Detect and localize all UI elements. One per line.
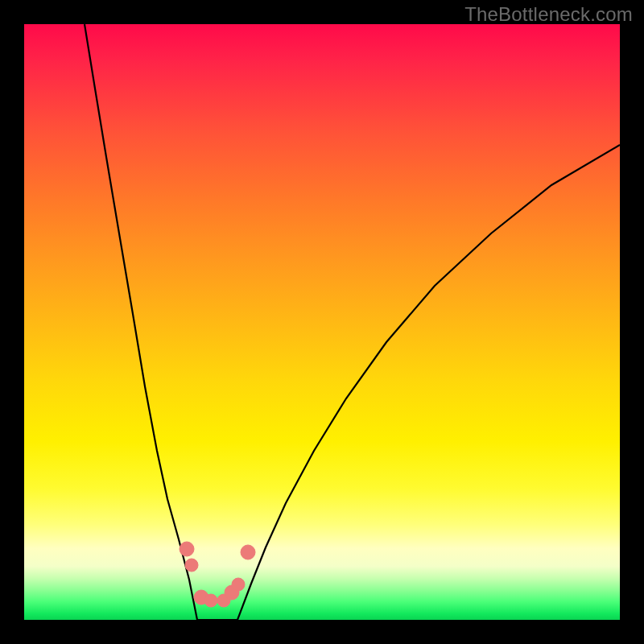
bottleneck-curve — [85, 24, 620, 620]
chart-frame: TheBottleneck.com — [0, 0, 644, 644]
plot-area — [24, 24, 620, 620]
valley-marker — [180, 542, 194, 556]
watermark-text: TheBottleneck.com — [464, 3, 633, 26]
valley-marker — [204, 594, 217, 607]
curve-layer — [24, 24, 620, 620]
valley-marker — [232, 578, 245, 591]
valley-marker — [241, 545, 255, 559]
marker-group — [180, 542, 255, 607]
valley-marker — [185, 559, 198, 572]
